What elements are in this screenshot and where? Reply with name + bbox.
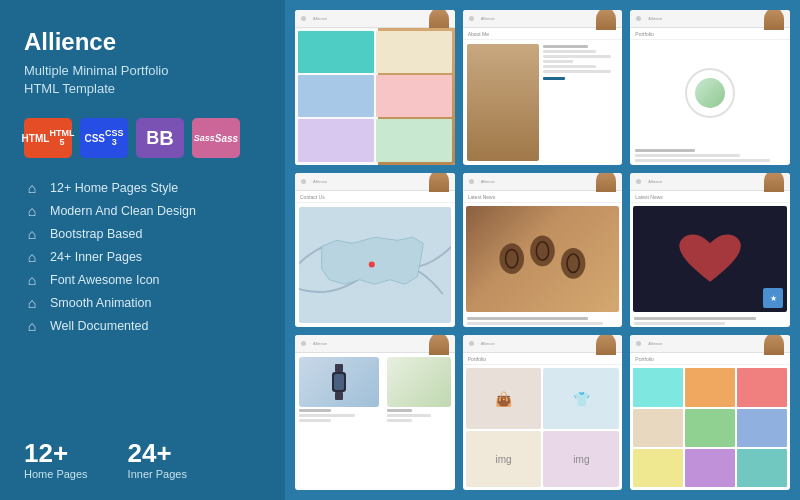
preview-card-7: Allience xyxy=(295,335,455,490)
card-body-3 xyxy=(630,40,790,165)
header-person xyxy=(429,10,449,30)
feature-modern-design: ⌂ Modern And Clean Design xyxy=(24,203,261,219)
feature-inner-pages: ⌂ 24+ Inner Pages xyxy=(24,249,261,265)
port-thumb-9 xyxy=(737,449,787,487)
header-person-2 xyxy=(596,10,616,30)
preview-card-3: Allience Portfolio xyxy=(630,10,790,165)
thumb-lavender xyxy=(298,119,374,161)
features-list: ⌂ 12+ Home Pages Style ⌂ Modern And Clea… xyxy=(24,180,261,334)
port-thumb-4 xyxy=(633,409,683,447)
nav-dot-8 xyxy=(469,341,474,346)
header-person-3 xyxy=(764,10,784,30)
nav-brand-2: Allience xyxy=(481,16,495,21)
card-body-6: ★ xyxy=(630,203,790,328)
header-person-6 xyxy=(764,173,784,193)
header-person-4 xyxy=(429,173,449,193)
port-thumb-3 xyxy=(737,368,787,406)
svg-rect-10 xyxy=(335,392,343,400)
svg-point-3 xyxy=(530,236,555,267)
thumb-pink xyxy=(376,75,452,117)
heart-svg xyxy=(664,216,756,301)
card-header-1: Allience xyxy=(295,10,455,28)
card-body-8: 👜 👕 img img xyxy=(463,365,623,490)
port-line-2 xyxy=(635,154,740,157)
port-thumb-8 xyxy=(685,449,735,487)
feature-font-awesome: ⌂ Font Awesome Icon xyxy=(24,272,261,288)
sidebar: Allience Multiple Minimal Portfolio HTML… xyxy=(0,0,285,500)
html5-badge: HTML5 xyxy=(24,118,72,158)
feature-smooth-animation: ⌂ Smooth Animation xyxy=(24,295,261,311)
card-header-2: Allience xyxy=(463,10,623,28)
portfolio-thumb-grid xyxy=(630,365,790,490)
svg-rect-8 xyxy=(334,374,344,390)
header-person-8 xyxy=(596,335,616,355)
about-line-3 xyxy=(543,55,611,58)
card-header-9: Allience xyxy=(630,335,790,353)
about-line-6 xyxy=(543,70,611,73)
nav-brand-4: Allience xyxy=(313,179,327,184)
bootstrap-badge: B xyxy=(136,118,184,158)
card-body-2 xyxy=(463,40,623,165)
port-thumb-6 xyxy=(737,409,787,447)
preview-card-9: Allience Portfolio xyxy=(630,335,790,490)
portfolio-title-8: Portfolio xyxy=(463,353,623,365)
home-icon-5: ⌂ xyxy=(24,272,40,288)
home-icon-6: ⌂ xyxy=(24,295,40,311)
preview-card-6: Allience Latest News ★ xyxy=(630,173,790,328)
nav-dot-3 xyxy=(636,16,641,21)
feature-bootstrap: ⌂ Bootstrap Based xyxy=(24,226,261,242)
port-thumb-1 xyxy=(633,368,683,406)
about-line-4 xyxy=(543,60,573,63)
nav-brand-9: Allience xyxy=(648,341,662,346)
card-body-5 xyxy=(463,203,623,328)
header-person-5 xyxy=(596,173,616,193)
home-icon-7: ⌂ xyxy=(24,318,40,334)
map-area xyxy=(299,207,451,324)
card-header-6: Allience xyxy=(630,173,790,191)
nav-dot-4 xyxy=(301,179,306,184)
nav-dot-2 xyxy=(469,16,474,21)
thumb-blue xyxy=(298,75,374,117)
nav-brand: Allience xyxy=(313,16,327,21)
card-header-5: Allience xyxy=(463,173,623,191)
stats-bar: 12+ Home Pages 24+ Inner Pages xyxy=(24,440,261,480)
nav-dot xyxy=(301,16,306,21)
card-header-8: Allience xyxy=(463,335,623,353)
css3-badge: CSS3 xyxy=(80,118,128,158)
nav-brand-8: Allience xyxy=(481,341,495,346)
about-line-5 xyxy=(543,65,596,68)
about-title: About Me xyxy=(463,28,623,40)
card-header-4: Allience xyxy=(295,173,455,191)
thumb-teal xyxy=(298,31,374,73)
portfolio-title-9: Portfolio xyxy=(630,353,790,365)
svg-rect-9 xyxy=(335,364,343,372)
port-line-3 xyxy=(635,159,770,162)
preview-grid: Allience Allience About Me xyxy=(285,0,800,500)
nav-dot-6 xyxy=(636,179,641,184)
card-header-7: Allience xyxy=(295,335,455,353)
card-body-9 xyxy=(630,365,790,490)
svg-point-0 xyxy=(369,261,375,267)
nav-brand-6: Allience xyxy=(648,179,662,184)
coffee-svg xyxy=(481,216,604,301)
feature-home-pages: ⌂ 12+ Home Pages Style xyxy=(24,180,261,196)
svg-point-5 xyxy=(561,248,586,279)
nav-brand-7: Allience xyxy=(313,341,327,346)
card-header-3: Allience xyxy=(630,10,790,28)
preview-card-5: Allience Latest News xyxy=(463,173,623,328)
tech-badges: HTML5 CSS3 B Sass xyxy=(24,118,261,158)
preview-card-4: Allience Contact Us xyxy=(295,173,455,328)
port-thumb-5 xyxy=(685,409,735,447)
home-icon-2: ⌂ xyxy=(24,203,40,219)
header-person-9 xyxy=(764,335,784,355)
brand-title: Allience xyxy=(24,28,261,56)
stat-home-pages: 12+ Home Pages xyxy=(24,440,88,480)
card-body-1 xyxy=(295,28,455,165)
nav-dot-7 xyxy=(301,341,306,346)
preview-card-1: Allience xyxy=(295,10,455,165)
preview-card-8: Allience Portfolio 👜 👕 img img xyxy=(463,335,623,490)
home-icon-4: ⌂ xyxy=(24,249,40,265)
port-thumb-7 xyxy=(633,449,683,487)
feature-well-documented: ⌂ Well Documented xyxy=(24,318,261,334)
card-body-7 xyxy=(295,353,455,490)
